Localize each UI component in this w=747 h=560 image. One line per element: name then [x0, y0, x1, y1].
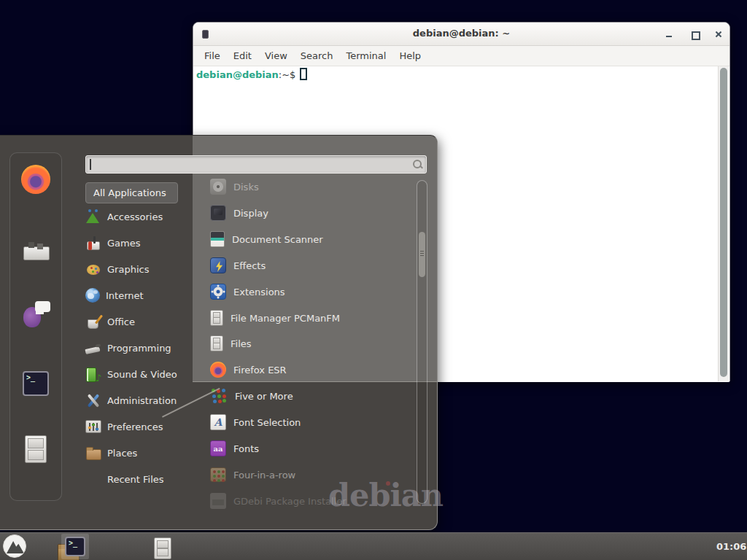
app-disks[interactable]: Disks: [210, 176, 423, 197]
files-icon: [210, 335, 223, 351]
favorite-package-manager-icon[interactable]: [22, 240, 50, 262]
terminal-launcher[interactable]: [61, 534, 89, 559]
terminal-title: debian@debian: ~: [193, 28, 729, 39]
terminal-cursor: [300, 68, 307, 80]
favorite-terminal-icon[interactable]: [23, 371, 49, 396]
app-extensions[interactable]: Extensions: [210, 281, 423, 302]
menu-help[interactable]: Help: [392, 47, 427, 64]
taskbar: 01:06: [0, 532, 747, 560]
menu-scrollbar[interactable]: [417, 180, 427, 504]
games-icon: [85, 236, 101, 251]
programming-icon: [85, 341, 101, 356]
accessories-icon: [85, 209, 101, 224]
menu-file[interactable]: File: [198, 47, 227, 64]
terminal-menubar: File Edit View Search Terminal Help: [193, 46, 729, 66]
category-recent-files[interactable]: Recent Files: [85, 469, 206, 489]
font-selection-icon: [210, 414, 226, 430]
file-manager-icon: [210, 310, 223, 326]
menu-terminal[interactable]: Terminal: [339, 47, 392, 64]
recent-files-spacer: [85, 472, 101, 486]
search-icon: [412, 159, 423, 170]
places-icon: [85, 446, 101, 459]
terminal-scrollbar-thumb[interactable]: [720, 68, 727, 377]
preferences-icon: [85, 420, 101, 433]
category-places[interactable]: Places: [85, 443, 206, 463]
app-display[interactable]: Display: [210, 203, 423, 223]
category-graphics[interactable]: Graphics: [85, 259, 206, 279]
close-icon[interactable]: [714, 30, 723, 39]
extensions-icon: [210, 284, 226, 300]
file-cabinet-launcher[interactable]: [154, 537, 171, 559]
office-icon: [85, 314, 101, 330]
favorite-firefox-icon[interactable]: [21, 165, 50, 194]
category-preferences[interactable]: Preferences: [85, 416, 206, 437]
favorite-file-manager-icon[interactable]: [25, 435, 47, 463]
prompt-user-host: debian@debian: [196, 69, 279, 80]
menu-edit[interactable]: Edit: [227, 47, 258, 64]
five-or-more-icon: [210, 387, 228, 405]
display-icon: [210, 205, 226, 221]
internet-icon: [85, 288, 100, 303]
terminal-prompt: debian@debian:~$: [196, 68, 307, 80]
category-internet[interactable]: Internet: [85, 285, 206, 306]
category-sound-video[interactable]: Sound & Video: [85, 364, 206, 384]
minimize-icon[interactable]: [665, 30, 673, 39]
sound-video-icon: [85, 367, 101, 382]
favorite-pidgin-icon[interactable]: [21, 300, 50, 329]
fonts-icon: [210, 440, 226, 456]
terminal-icon: [65, 537, 85, 556]
gdebi-icon: [210, 493, 226, 509]
terminal-scrollbar[interactable]: [718, 66, 729, 381]
app-files[interactable]: Files: [210, 333, 423, 354]
document-scanner-icon: [210, 231, 225, 247]
application-menu: debian All Applications Accessories Game…: [0, 135, 438, 530]
category-programming[interactable]: Programming: [85, 338, 206, 358]
app-gdebi-package-installer[interactable]: GDebi Package Installer: [210, 491, 423, 511]
graphics-icon: [85, 262, 101, 277]
app-fonts[interactable]: Fonts: [210, 438, 423, 459]
app-four-in-a-row[interactable]: Four-in-a-row: [210, 464, 423, 485]
favorites-panel: [9, 152, 62, 501]
app-font-selection[interactable]: Font Selection: [210, 412, 423, 432]
terminal-titlebar[interactable]: debian@debian: ~: [193, 23, 729, 46]
four-in-a-row-icon: [210, 467, 226, 482]
menu-button[interactable]: [3, 534, 26, 558]
maximize-icon[interactable]: [690, 30, 699, 39]
disks-icon: [210, 179, 226, 195]
search-input[interactable]: [85, 155, 427, 174]
filter-all-applications[interactable]: All Applications: [85, 182, 178, 203]
category-games[interactable]: Games: [85, 233, 206, 253]
app-file-manager-pcmanfm[interactable]: File Manager PCManFM: [210, 308, 423, 328]
clock[interactable]: 01:06: [716, 541, 746, 552]
menu-scrollbar-thumb[interactable]: [419, 232, 425, 277]
app-effects[interactable]: Effects: [210, 255, 423, 276]
menu-search[interactable]: Search: [294, 47, 340, 64]
category-accessories[interactable]: Accessories: [85, 206, 206, 227]
app-five-or-more[interactable]: Five or More: [210, 386, 423, 406]
app-firefox-esr[interactable]: Firefox ESR: [210, 359, 423, 380]
category-administration[interactable]: Administration: [85, 390, 206, 411]
desktop: debian@debian: ~ File Edit View Search T…: [0, 0, 747, 560]
administration-icon: [85, 393, 101, 408]
prompt-path: :~$: [279, 69, 296, 80]
firefox-icon: [210, 362, 226, 378]
category-office[interactable]: Office: [85, 311, 206, 332]
menu-view[interactable]: View: [258, 47, 294, 64]
app-document-scanner[interactable]: Document Scanner: [210, 229, 423, 249]
effects-icon: [210, 257, 226, 273]
search-caret: [90, 159, 91, 170]
